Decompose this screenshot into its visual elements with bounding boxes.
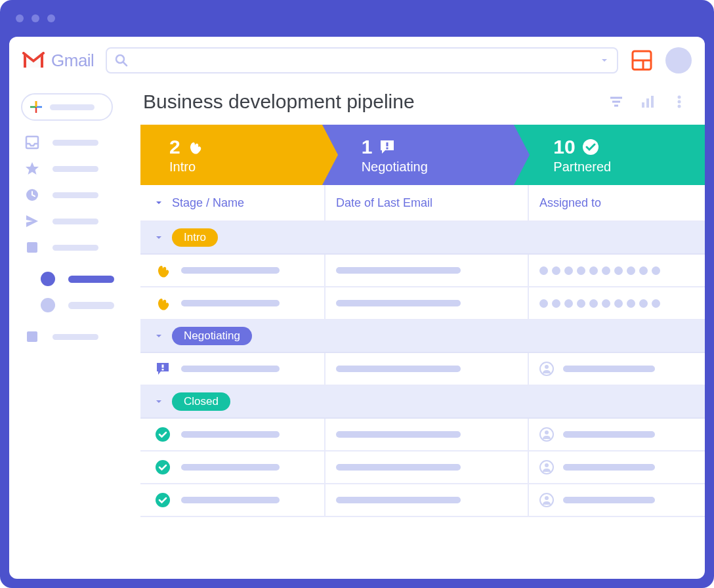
svg-point-35 [156, 493, 170, 507]
user-avatar[interactable] [665, 47, 692, 74]
clock-icon [25, 188, 39, 202]
column-assigned[interactable]: Assigned to [539, 196, 601, 210]
header-actions [609, 94, 686, 109]
placeholder-line [181, 300, 280, 306]
app-name: Gmail [51, 51, 94, 71]
label-dot-icon [41, 298, 55, 312]
nav-drafts[interactable] [21, 240, 129, 255]
compose-button[interactable] [21, 93, 113, 121]
check-circle-icon [155, 459, 171, 475]
svg-line-1 [123, 62, 127, 66]
svg-rect-17 [646, 98, 649, 108]
table-row[interactable] [140, 452, 705, 484]
chevron-down-icon[interactable] [600, 56, 609, 65]
svg-point-21 [678, 105, 681, 108]
stage-partnered[interactable]: 10 Partnered [514, 125, 705, 185]
stage-negotiating[interactable]: 1 Negotiating [322, 125, 514, 185]
chevron-down-icon [155, 398, 163, 406]
placeholder-line [336, 464, 461, 471]
label-dot-icon [41, 272, 55, 286]
group-negotiating[interactable]: Negotiating [140, 320, 705, 353]
stage-intro[interactable]: 2 Intro [140, 125, 322, 185]
page-title: Business development pipeline [143, 91, 609, 113]
star-icon [25, 161, 39, 176]
group-intro[interactable]: Intro [140, 222, 705, 255]
placeholder-line [336, 497, 461, 503]
svg-rect-18 [651, 96, 654, 108]
chat-alert-icon [379, 138, 396, 156]
sidebar [9, 84, 140, 579]
table-row[interactable] [140, 255, 705, 287]
wave-icon [155, 262, 171, 278]
assigned-cell [539, 460, 655, 474]
svg-rect-22 [387, 142, 388, 146]
stage-label: Partnered [553, 159, 705, 175]
placeholder-line [336, 366, 461, 372]
chevron-down-icon [155, 234, 163, 242]
more-icon[interactable] [672, 94, 686, 109]
svg-rect-25 [162, 365, 164, 368]
chevron-down-icon [155, 332, 163, 340]
filter-icon[interactable] [609, 94, 623, 109]
column-date[interactable]: Date of Last Email [336, 196, 432, 210]
svg-point-28 [545, 365, 549, 369]
chart-icon[interactable] [640, 94, 655, 109]
svg-rect-26 [162, 369, 164, 371]
stage-count: 10 [553, 136, 575, 158]
wave-icon [155, 295, 171, 311]
svg-point-37 [545, 496, 549, 500]
search-input[interactable] [106, 47, 618, 74]
nav-snoozed[interactable] [21, 188, 129, 202]
person-icon [539, 427, 554, 442]
placeholder-line [336, 431, 461, 438]
placeholder-line [181, 464, 280, 471]
send-icon [25, 214, 39, 228]
check-circle-icon [582, 138, 599, 156]
table-row[interactable] [140, 353, 705, 386]
table-row[interactable] [140, 287, 705, 320]
window-control-close[interactable] [16, 14, 24, 22]
check-circle-icon [155, 427, 171, 442]
window-control-maximize[interactable] [47, 14, 55, 22]
nav-starred[interactable] [21, 161, 129, 176]
placeholder-line [52, 245, 98, 251]
group-pill-closed: Closed [172, 392, 230, 411]
app-window: Gmail [0, 0, 714, 588]
sort-icon[interactable] [155, 199, 163, 207]
group-closed[interactable]: Closed [140, 386, 705, 419]
placeholder-line [563, 464, 655, 471]
svg-point-31 [545, 430, 549, 434]
assigned-cell [539, 427, 655, 442]
group-pill-intro: Intro [172, 228, 218, 247]
label-active[interactable] [41, 272, 129, 286]
check-circle-icon [155, 492, 171, 508]
placeholder-line [336, 267, 461, 274]
chat-alert-icon [155, 361, 171, 377]
svg-point-19 [678, 96, 681, 99]
label-item[interactable] [41, 298, 129, 312]
placeholder-line [52, 192, 98, 198]
window-control-minimize[interactable] [32, 14, 39, 22]
stage-label: Negotiating [362, 159, 514, 175]
svg-rect-23 [387, 147, 388, 149]
person-icon [539, 493, 554, 507]
table-row[interactable] [140, 484, 705, 517]
nav-inbox[interactable] [21, 135, 129, 150]
svg-point-34 [545, 463, 549, 467]
plus-icon [29, 100, 43, 114]
svg-rect-9 [26, 136, 38, 148]
placeholder-line [68, 276, 114, 283]
page-header: Business development pipeline [140, 91, 705, 125]
placeholder-line [50, 104, 94, 110]
gmail-logo[interactable]: Gmail [22, 51, 94, 71]
svg-point-29 [156, 427, 170, 442]
nav-sent[interactable] [21, 214, 129, 228]
table-row[interactable] [140, 419, 705, 452]
gmail-icon [22, 52, 45, 69]
main-content: Business development pipeline 2 [140, 84, 705, 579]
nav-more[interactable] [21, 329, 129, 344]
svg-point-32 [156, 460, 170, 474]
column-stage-name[interactable]: Stage / Name [172, 196, 244, 210]
assigned-cell [539, 493, 655, 507]
streak-icon[interactable] [630, 49, 654, 72]
